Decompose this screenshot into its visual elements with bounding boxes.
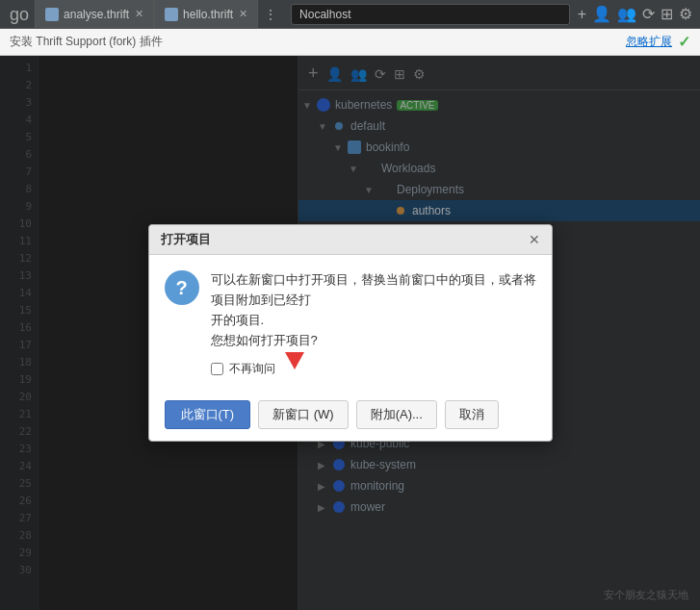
new-window-button[interactable]: 新窗口 (W) (258, 400, 349, 429)
tab-close-btn[interactable]: ✕ (239, 9, 247, 19)
refresh-icon[interactable]: ⟳ (642, 5, 655, 23)
tab-label: analyse.thrift (64, 8, 129, 21)
dialog-message: 可以在新窗口中打开项目，替换当前窗口中的项目，或者将项目附加到已经打 开的项目.… (211, 270, 536, 350)
dont-ask-checkbox[interactable] (211, 363, 223, 375)
add-icon[interactable]: + (578, 6, 586, 23)
dont-ask-label: 不再询问 (229, 361, 275, 377)
dialog-content: 可以在新窗口中打开项目，替换当前窗口中的项目，或者将项目附加到已经打 开的项目.… (211, 270, 536, 380)
tab-more-button[interactable]: ⋮ (258, 7, 283, 22)
notification-link[interactable]: 忽略扩展 (626, 34, 672, 50)
dialog-title: 打开项目 (161, 231, 211, 248)
dialog-overlay: 打开项目 ✕ ? 可以在新窗口中打开项目，替换当前窗口中的项目，或者将项目附加到… (0, 56, 700, 610)
tab-toolbar-right: + 👤 👥 ⟳ ⊞ ⚙ (578, 5, 700, 23)
dialog-message-line1: 可以在新窗口中打开项目，替换当前窗口中的项目，或者将项目附加到已经打 (211, 272, 536, 307)
dialog-footer: 此窗口(T) 新窗口 (W) 附加(A)... 取消 (149, 393, 552, 441)
tab-close-btn[interactable]: ✕ (135, 9, 143, 19)
cancel-button[interactable]: 取消 (445, 400, 499, 429)
address-text: Nocalhost (299, 8, 350, 21)
file-icon (45, 8, 59, 21)
question-mark: ? (175, 277, 187, 299)
tab-label: hello.thrift (183, 8, 233, 21)
notification-check-icon: ✓ (678, 33, 690, 51)
tab-bar: go analyse.thrift ✕ hello.thrift ✕ ⋮ Noc… (0, 0, 700, 29)
dialog-message-line2: 开的项目. (211, 313, 265, 327)
dialog-close-button[interactable]: ✕ (529, 233, 540, 246)
open-project-dialog: 打开项目 ✕ ? 可以在新窗口中打开项目，替换当前窗口中的项目，或者将项目附加到… (148, 224, 553, 441)
notification-text: 安装 Thrift Support (fork) 插件 (10, 34, 620, 50)
this-window-button[interactable]: 此窗口(T) (165, 400, 251, 429)
address-bar: Nocalhost (291, 4, 570, 25)
user-icon[interactable]: 👤 (592, 5, 611, 23)
grid-icon[interactable]: ⊞ (661, 5, 673, 23)
dialog-question-icon: ? (165, 270, 199, 305)
dialog-title-bar: 打开项目 ✕ (149, 225, 552, 255)
users-icon[interactable]: 👥 (617, 5, 636, 23)
settings-icon[interactable]: ⚙ (679, 5, 692, 23)
back-button[interactable]: go (4, 0, 35, 29)
dialog-message-line3: 您想如何打开项目? (211, 333, 318, 347)
tab-hello-thrift[interactable]: hello.thrift ✕ (154, 0, 258, 29)
checkbox-row: 不再询问 (211, 361, 536, 377)
main-area: 12345 678910 1112131415 1617181920 21222… (0, 56, 700, 610)
dialog-body: ? 可以在新窗口中打开项目，替换当前窗口中的项目，或者将项目附加到已经打 开的项… (149, 255, 552, 392)
tab-analyse-thrift[interactable]: analyse.thrift ✕ (35, 0, 154, 29)
file-icon (165, 8, 178, 21)
notification-bar: 安装 Thrift Support (fork) 插件 忽略扩展 ✓ (0, 29, 700, 56)
attach-button[interactable]: 附加(A)... (356, 400, 437, 429)
